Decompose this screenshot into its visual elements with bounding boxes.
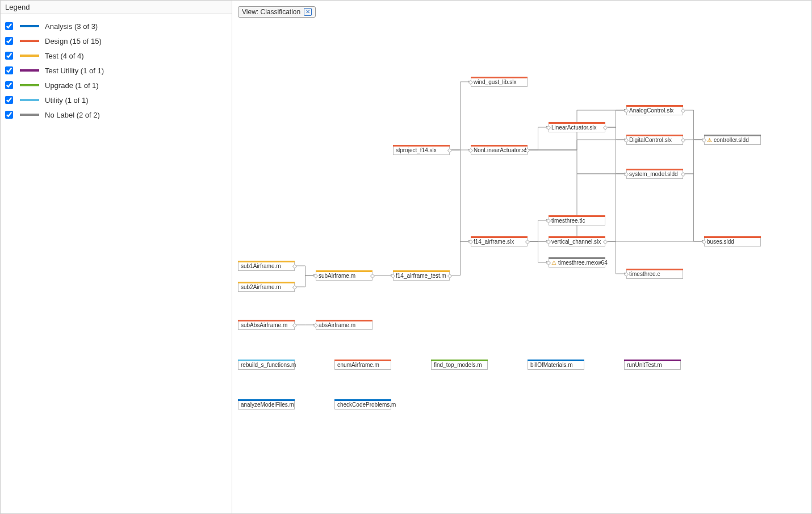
graph-node[interactable]: timesthree.tlc <box>549 215 605 225</box>
graph-node[interactable]: sub1Airframe.m <box>238 261 295 271</box>
edge <box>528 241 549 262</box>
legend-checkbox[interactable] <box>5 81 13 89</box>
node-port-left <box>468 80 473 85</box>
graph-node[interactable]: vertical_channel.slx <box>549 236 605 246</box>
legend-checkbox[interactable] <box>5 37 13 45</box>
node-label: enumAirframe.m <box>337 362 379 368</box>
graph-node[interactable]: enumAirframe.m <box>334 360 391 370</box>
node-color-bar <box>704 135 761 136</box>
edge <box>683 140 704 174</box>
graph-node[interactable]: wind_gust_lib.slx <box>471 77 528 87</box>
graph-node[interactable]: ⚠timesthree.mexw64 <box>549 257 605 268</box>
node-color-bar <box>704 236 761 238</box>
graph-node[interactable]: NonLinearActuator.slx <box>471 145 528 155</box>
legend-panel: Legend Analysis (3 of 3)Design (15 of 15… <box>1 1 232 513</box>
legend-swatch <box>20 84 39 86</box>
legend-checkbox[interactable] <box>5 22 13 30</box>
graph-node[interactable]: analyzeModelFiles.m <box>238 399 295 409</box>
edge <box>528 220 549 241</box>
legend-row[interactable]: Design (15 of 15) <box>1 34 232 48</box>
node-port-right <box>681 172 685 177</box>
node-label: absAirframe.m <box>319 322 355 328</box>
node-color-bar <box>238 399 295 401</box>
legend-body: Analysis (3 of 3)Design (15 of 15)Test (… <box>1 14 232 127</box>
edge <box>605 174 626 241</box>
graph-node[interactable]: billOfMaterials.m <box>528 360 584 370</box>
graph-node[interactable]: absAirframe.m <box>316 320 372 330</box>
legend-swatch <box>20 55 39 57</box>
node-port-left <box>624 272 629 277</box>
node-color-bar <box>626 105 683 107</box>
warning-icon: ⚠ <box>707 137 712 143</box>
graph-node[interactable]: buses.sldd <box>704 236 761 246</box>
legend-row[interactable]: Utility (1 of 1) <box>1 93 232 107</box>
edge <box>450 241 471 275</box>
legend-swatch <box>20 40 39 42</box>
edge <box>683 174 704 241</box>
legend-checkbox[interactable] <box>5 111 13 119</box>
node-color-bar <box>549 215 605 217</box>
node-color-bar <box>334 399 391 401</box>
node-label: find_top_models.m <box>434 362 482 368</box>
node-port-right <box>681 108 685 113</box>
graph-node[interactable]: LinearActuator.slx <box>549 122 605 132</box>
warning-icon: ⚠ <box>551 260 556 266</box>
legend-row[interactable]: Test (4 of 4) <box>1 48 232 63</box>
legend-row[interactable]: No Label (2 of 2) <box>1 107 232 122</box>
legend-title: Legend <box>1 1 232 14</box>
legend-row[interactable]: Upgrade (1 of 1) <box>1 78 232 93</box>
edge <box>683 110 704 140</box>
view-chip-label: View: Classification <box>242 8 300 16</box>
edge <box>605 110 626 127</box>
node-label: AnalogControl.slx <box>629 107 673 114</box>
edge <box>528 174 626 241</box>
graph-node[interactable]: AnalogControl.slx <box>626 105 683 115</box>
node-port-right <box>603 240 608 244</box>
graph-node[interactable]: subAirframe.m <box>316 270 372 281</box>
graph-node[interactable]: DigitalControl.slx <box>626 135 683 145</box>
graph-node[interactable]: slproject_f14.slx <box>393 145 450 155</box>
legend-label: Upgrade (1 of 1) <box>45 81 99 90</box>
graph-node[interactable]: system_model.sldd <box>626 169 683 179</box>
node-color-bar <box>316 320 372 321</box>
graph-node[interactable]: ⚠controller.sldd <box>704 135 761 145</box>
node-color-bar <box>549 236 605 238</box>
node-port-left <box>546 219 551 223</box>
dependency-canvas[interactable]: View: Classification ✕ wind_gust_lib.slx… <box>232 1 811 513</box>
legend-checkbox[interactable] <box>5 96 13 104</box>
view-chip[interactable]: View: Classification ✕ <box>238 6 316 18</box>
graph-node[interactable]: f14_airframe_test.m <box>393 270 450 281</box>
legend-checkbox[interactable] <box>5 66 13 74</box>
node-color-bar <box>471 77 528 78</box>
node-color-bar <box>393 270 450 272</box>
edge <box>528 140 626 150</box>
edge <box>450 150 471 241</box>
legend-row[interactable]: Test Utility (1 of 1) <box>1 63 232 78</box>
graph-node[interactable]: sub2Airframe.m <box>238 282 295 292</box>
graph-node[interactable]: checkCodeProblems.m <box>334 399 391 409</box>
node-color-bar <box>471 145 528 147</box>
graph-node[interactable]: find_top_models.m <box>431 360 488 370</box>
node-color-bar <box>471 236 528 238</box>
node-port-left <box>391 274 395 278</box>
node-port-left <box>702 138 706 143</box>
legend-label: Design (15 of 15) <box>45 37 102 45</box>
legend-label: Analysis (3 of 3) <box>45 22 98 31</box>
node-label: vertical_channel.slx <box>551 239 601 245</box>
edge <box>528 127 549 150</box>
node-label: system_model.sldd <box>629 171 678 177</box>
legend-label: Utility (1 of 1) <box>45 96 89 105</box>
legend-checkbox[interactable] <box>5 52 13 60</box>
node-label: checkCodeProblems.m <box>337 402 396 408</box>
node-label: sub1Airframe.m <box>241 263 281 269</box>
graph-node[interactable]: subAbsAirframe.m <box>238 320 295 330</box>
node-port-right <box>447 274 452 278</box>
graph-node[interactable]: f14_airframe.slx <box>471 236 528 246</box>
legend-row[interactable]: Analysis (3 of 3) <box>1 19 232 34</box>
graph-node[interactable]: runUnitTest.m <box>624 360 681 370</box>
graph-node[interactable]: rebuild_s_functions.m <box>238 360 295 370</box>
node-label: DigitalControl.slx <box>629 137 672 143</box>
edge <box>605 241 626 274</box>
graph-node[interactable]: timesthree.c <box>626 269 683 279</box>
close-icon[interactable]: ✕ <box>304 8 312 16</box>
